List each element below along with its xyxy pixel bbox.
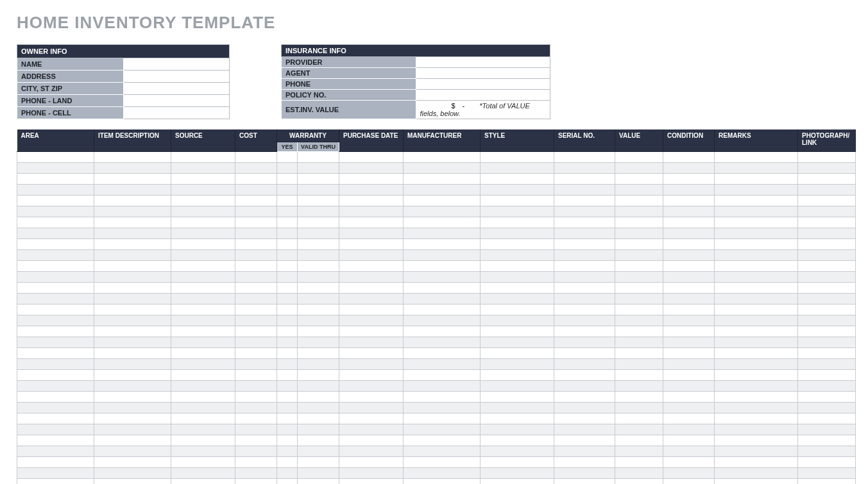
cell[interactable] [554, 392, 615, 403]
cell[interactable] [798, 315, 856, 326]
cell[interactable] [554, 370, 615, 381]
cell[interactable] [17, 403, 94, 413]
ins-policy-value[interactable] [416, 90, 550, 101]
cell[interactable] [715, 217, 798, 228]
cell[interactable] [298, 424, 339, 435]
cell[interactable] [339, 174, 404, 185]
cell[interactable] [481, 424, 554, 435]
cell[interactable] [615, 163, 663, 174]
cell[interactable] [481, 413, 554, 424]
cell[interactable] [298, 206, 339, 217]
cell[interactable] [277, 272, 298, 283]
cell[interactable] [235, 206, 277, 217]
cell[interactable] [481, 272, 554, 283]
cell[interactable] [663, 174, 715, 185]
cell[interactable] [404, 392, 481, 403]
cell[interactable] [798, 359, 856, 370]
cell[interactable] [235, 315, 277, 326]
cell[interactable] [235, 152, 277, 163]
cell[interactable] [94, 294, 171, 305]
cell[interactable] [171, 337, 235, 348]
cell[interactable] [94, 152, 171, 163]
cell[interactable] [235, 403, 277, 413]
cell[interactable] [798, 413, 856, 424]
cell[interactable] [171, 457, 235, 468]
cell[interactable] [298, 381, 339, 392]
cell[interactable] [171, 468, 235, 479]
cell[interactable] [94, 196, 171, 206]
cell[interactable] [798, 446, 856, 457]
cell[interactable] [171, 479, 235, 485]
cell[interactable] [339, 250, 404, 261]
cell[interactable] [715, 348, 798, 359]
cell[interactable] [663, 261, 715, 272]
cell[interactable] [715, 435, 798, 446]
cell[interactable] [277, 370, 298, 381]
cell[interactable] [339, 326, 404, 337]
cell[interactable] [298, 152, 339, 163]
owner-phone-land-value[interactable] [123, 95, 230, 107]
cell[interactable] [94, 239, 171, 250]
cell[interactable] [17, 381, 94, 392]
cell[interactable] [339, 206, 404, 217]
cell[interactable] [715, 403, 798, 413]
cell[interactable] [663, 217, 715, 228]
cell[interactable] [17, 315, 94, 326]
cell[interactable] [798, 305, 856, 315]
cell[interactable] [404, 174, 481, 185]
cell[interactable] [715, 446, 798, 457]
cell[interactable] [615, 174, 663, 185]
cell[interactable] [298, 163, 339, 174]
ins-provider-value[interactable] [416, 57, 550, 68]
cell[interactable] [298, 457, 339, 468]
cell[interactable] [615, 185, 663, 196]
cell[interactable] [554, 446, 615, 457]
cell[interactable] [798, 381, 856, 392]
cell[interactable] [298, 370, 339, 381]
cell[interactable] [17, 305, 94, 315]
cell[interactable] [554, 196, 615, 206]
cell[interactable] [481, 326, 554, 337]
cell[interactable] [798, 457, 856, 468]
cell[interactable] [798, 468, 856, 479]
cell[interactable] [339, 163, 404, 174]
cell[interactable] [94, 250, 171, 261]
cell[interactable] [481, 315, 554, 326]
cell[interactable] [481, 228, 554, 239]
cell[interactable] [171, 315, 235, 326]
cell[interactable] [663, 435, 715, 446]
cell[interactable] [715, 305, 798, 315]
cell[interactable] [339, 228, 404, 239]
cell[interactable] [277, 261, 298, 272]
cell[interactable] [94, 217, 171, 228]
cell[interactable] [404, 424, 481, 435]
cell[interactable] [715, 359, 798, 370]
cell[interactable] [481, 206, 554, 217]
cell[interactable] [235, 228, 277, 239]
cell[interactable] [554, 359, 615, 370]
cell[interactable] [17, 457, 94, 468]
cell[interactable] [715, 326, 798, 337]
cell[interactable] [94, 174, 171, 185]
cell[interactable] [663, 163, 715, 174]
cell[interactable] [798, 294, 856, 305]
cell[interactable] [235, 283, 277, 294]
cell[interactable] [17, 152, 94, 163]
cell[interactable] [554, 174, 615, 185]
cell[interactable] [17, 359, 94, 370]
cell[interactable] [298, 185, 339, 196]
cell[interactable] [277, 326, 298, 337]
cell[interactable] [798, 185, 856, 196]
cell[interactable] [171, 272, 235, 283]
cell[interactable] [615, 479, 663, 485]
cell[interactable] [235, 185, 277, 196]
cell[interactable] [715, 163, 798, 174]
cell[interactable] [235, 424, 277, 435]
cell[interactable] [171, 348, 235, 359]
cell[interactable] [171, 152, 235, 163]
cell[interactable] [481, 403, 554, 413]
cell[interactable] [715, 337, 798, 348]
cell[interactable] [404, 250, 481, 261]
cell[interactable] [235, 435, 277, 446]
cell[interactable] [94, 424, 171, 435]
